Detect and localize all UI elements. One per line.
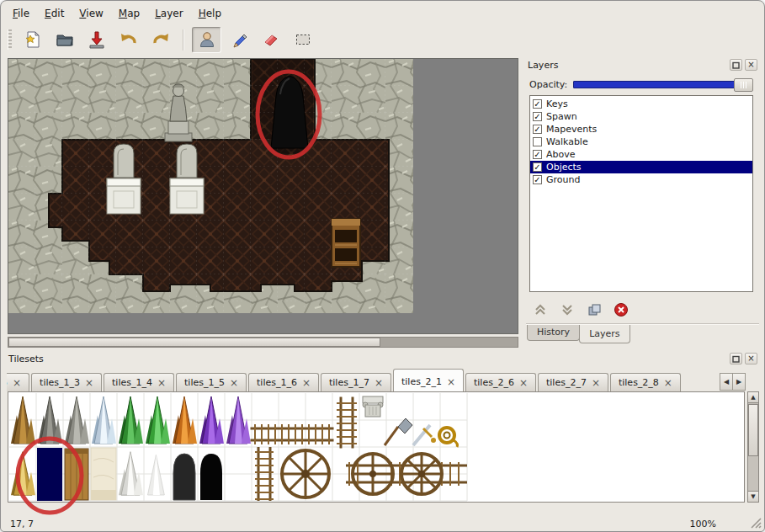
menu-view[interactable]: View <box>72 5 109 22</box>
scroll-up-arrow[interactable]: ▲ <box>748 392 758 403</box>
chevron-up-icon <box>533 302 548 317</box>
person-icon <box>197 29 217 50</box>
tileset-tab-tiles-2-7[interactable]: tiles_2_7 × <box>538 373 608 391</box>
delete-layer-button[interactable] <box>614 302 629 320</box>
menu-map[interactable]: Map <box>112 5 146 22</box>
menu-help[interactable]: Help <box>192 5 228 22</box>
float-panel-icon[interactable] <box>730 353 742 364</box>
map-render <box>8 59 413 313</box>
brush-tool-button[interactable] <box>224 27 253 53</box>
layer-visibility-checkbox[interactable] <box>533 150 542 159</box>
tileset-tab-tiles-1-4[interactable]: tiles_1_4 × <box>104 373 174 391</box>
tilesets-panel: Tilesets × 5 × tiles_1_3 × tiles_1_4 × t… <box>5 352 761 517</box>
close-panel-icon[interactable]: × <box>745 353 757 364</box>
layer-row-mapevents[interactable]: Mapevents <box>530 123 752 136</box>
layer-label: Mapevents <box>546 124 597 135</box>
layer-row-above[interactable]: Above <box>530 148 752 161</box>
opacity-slider[interactable] <box>573 81 753 88</box>
layer-visibility-checkbox[interactable] <box>533 112 542 121</box>
resize-grip[interactable] <box>750 517 762 529</box>
move-layer-up-button[interactable] <box>533 302 548 320</box>
track-wheel-tiles <box>255 447 467 501</box>
tileset-tab-5[interactable]: 5 × <box>7 373 29 391</box>
tileset-scrollbar-thumb[interactable] <box>748 404 758 456</box>
chevron-down-icon <box>560 302 575 317</box>
tileset-tab-tiles-2-6[interactable]: tiles_2_6 × <box>465 373 536 391</box>
delete-icon <box>614 302 629 317</box>
redo-button[interactable] <box>146 27 175 53</box>
select-tool-button[interactable] <box>288 27 317 53</box>
menu-file[interactable]: File <box>6 5 36 22</box>
toolbar-separator <box>183 29 184 51</box>
tab-close-icon[interactable]: × <box>13 378 21 388</box>
move-layer-down-button[interactable] <box>560 302 575 320</box>
cabinet-object[interactable] <box>332 219 360 267</box>
tileset-tab-tiles-1-3[interactable]: tiles_1_3 × <box>31 373 102 391</box>
layer-visibility-checkbox[interactable] <box>533 125 542 134</box>
tileset-tab-tiles-1-6[interactable]: tiles_1_6 × <box>248 373 319 391</box>
opacity-label: Opacity: <box>529 79 567 90</box>
duplicate-layer-button[interactable] <box>587 302 602 320</box>
column-capital-tile <box>363 396 383 417</box>
map-scrollbar-thumb[interactable] <box>8 338 380 347</box>
new-map-button[interactable] <box>18 27 47 53</box>
layer-row-objects[interactable]: Objects <box>530 161 752 173</box>
opacity-slider-handle[interactable] <box>734 78 753 92</box>
tab-close-icon[interactable]: × <box>519 378 528 388</box>
zoom-level: 100% <box>690 519 716 529</box>
layer-visibility-checkbox[interactable] <box>533 162 542 172</box>
layer-label: Spawn <box>546 111 577 122</box>
tab-close-icon[interactable]: × <box>664 378 672 388</box>
tab-close-icon[interactable]: × <box>592 378 600 388</box>
tab-scroll-left-button[interactable]: ◀ <box>720 373 733 391</box>
open-map-button[interactable] <box>50 27 79 53</box>
layer-row-walkable[interactable]: Walkable <box>530 136 752 148</box>
tileset-scrollbar-vertical[interactable]: ▲ ▼ <box>747 391 759 503</box>
layer-row-keys[interactable]: Keys <box>530 98 752 110</box>
tile-grid <box>8 59 413 313</box>
menu-bar: File Edit View Map Layer Help <box>6 4 228 23</box>
tileset-tab-tiles-2-8[interactable]: tiles_2_8 × <box>610 373 681 391</box>
layer-list: Keys Spawn Mapevents Walkable Above Obje… <box>529 95 753 292</box>
layer-visibility-checkbox[interactable] <box>533 137 542 146</box>
layer-label: Ground <box>546 174 580 185</box>
tileset-canvas[interactable] <box>8 391 745 503</box>
layer-visibility-checkbox[interactable] <box>533 99 542 109</box>
duplicate-layer-icon <box>587 302 602 317</box>
tab-layers[interactable]: Layers <box>579 325 630 343</box>
tileset-tab-tiles-1-7[interactable]: tiles_1_7 × <box>321 373 391 391</box>
tileset-tab-tiles-2-1[interactable]: tiles_2_1 × <box>393 369 464 391</box>
save-map-button[interactable] <box>82 27 111 53</box>
float-panel-icon[interactable] <box>730 59 742 71</box>
cursor-position: 17, 7 <box>10 519 690 529</box>
layer-visibility-checkbox[interactable] <box>533 175 542 184</box>
tab-close-icon[interactable]: × <box>447 377 455 387</box>
map-editor-window: File Edit View Map Layer Help <box>0 0 765 532</box>
tab-close-icon[interactable]: × <box>230 378 238 388</box>
layer-row-spawn[interactable]: Spawn <box>530 110 752 123</box>
selection-rectangle-icon <box>293 29 313 50</box>
selected-tile[interactable] <box>37 448 62 501</box>
map-canvas[interactable] <box>8 58 518 334</box>
scroll-down-arrow[interactable]: ▼ <box>748 491 758 502</box>
tilesets-panel-title: Tilesets <box>8 354 727 364</box>
eraser-tool-button[interactable] <box>256 27 285 53</box>
track-tiles <box>252 398 356 447</box>
tab-close-icon[interactable]: × <box>157 378 166 388</box>
layer-row-ground[interactable]: Ground <box>530 173 752 186</box>
entity-tool-button[interactable] <box>192 27 221 53</box>
tab-close-icon[interactable]: × <box>375 378 383 388</box>
undo-button[interactable] <box>114 27 143 53</box>
menu-edit[interactable]: Edit <box>38 5 71 22</box>
new-file-icon <box>23 29 43 50</box>
tab-close-icon[interactable]: × <box>85 378 93 388</box>
close-panel-icon[interactable]: × <box>745 59 757 71</box>
menu-layer[interactable]: Layer <box>148 5 189 22</box>
tab-scroll-right-button[interactable]: ▶ <box>732 373 746 391</box>
tab-close-icon[interactable]: × <box>302 378 311 388</box>
tileset-tab-tiles-1-5[interactable]: tiles_1_5 × <box>176 373 247 391</box>
map-scrollbar-horizontal[interactable] <box>8 337 518 348</box>
tool-bar <box>8 24 317 55</box>
tab-history[interactable]: History <box>527 325 580 341</box>
save-icon <box>87 29 107 50</box>
